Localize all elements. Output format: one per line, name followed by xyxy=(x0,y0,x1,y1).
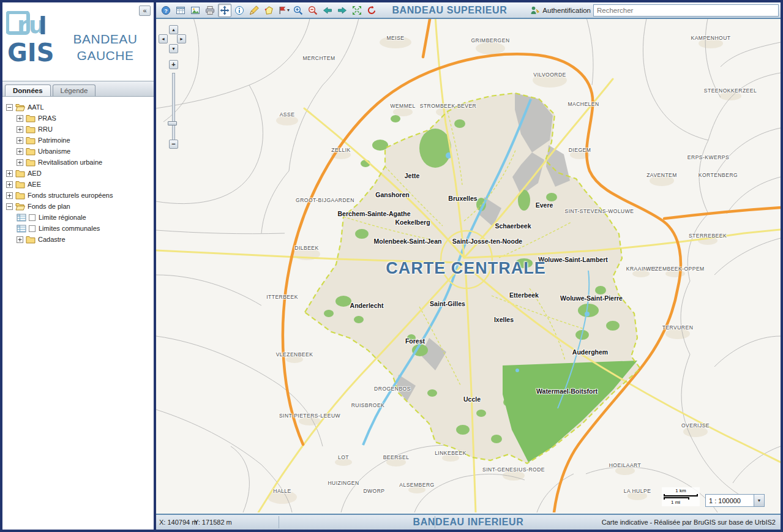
search-input[interactable] xyxy=(593,4,779,17)
tree-item[interactable]: Limite régionale xyxy=(2,212,154,223)
pan-button[interactable] xyxy=(218,4,231,17)
tree-item[interactable]: Fonds structurels européens xyxy=(2,190,154,201)
folder-icon xyxy=(15,170,25,178)
tree-item[interactable]: Revitalisation urbaine xyxy=(2,157,154,168)
map-canvas[interactable]: MEISEGRIMBERGENKAMPENHOUTMERCHTEMVILVOOR… xyxy=(156,19,781,514)
sidebar: « ru GIS BANDEAU GAUCHE DonnéesLégende A… xyxy=(2,2,154,530)
layer-icon xyxy=(17,225,26,233)
top-toolbar: ?▾ BANDEAU SUPERIEUR Authentification xyxy=(156,2,781,19)
sidebar-collapse-button[interactable]: « xyxy=(139,6,151,16)
scale-bar-mi-label: 1 mi xyxy=(664,500,698,505)
map-center-title: CARTE CENTRALE xyxy=(386,259,546,278)
tree-item[interactable]: AEE xyxy=(2,179,154,190)
help-button[interactable]: ? xyxy=(159,4,173,17)
tree-item[interactable]: Cadastre xyxy=(2,234,154,245)
export-image-button[interactable] xyxy=(189,4,202,17)
layer-checkbox[interactable] xyxy=(29,214,36,221)
full-extent-button[interactable] xyxy=(350,4,364,17)
expand-icon[interactable] xyxy=(17,137,23,144)
sidebar-header: « ru GIS BANDEAU GAUCHE xyxy=(2,2,154,81)
statusbar-separator xyxy=(279,516,279,528)
scale-select[interactable]: 1 : 100000 ▼ xyxy=(705,494,765,507)
tree-item[interactable]: PRAS xyxy=(2,113,154,124)
pan-down-button[interactable]: ▼ xyxy=(169,44,178,53)
layer-checkbox[interactable] xyxy=(29,225,36,232)
authentification-label[interactable]: Authentification xyxy=(542,7,591,14)
brugis-logo: ru GIS xyxy=(6,11,58,67)
expand-icon[interactable] xyxy=(17,115,23,122)
expand-icon[interactable] xyxy=(6,170,13,177)
chevron-down-icon[interactable]: ▼ xyxy=(754,495,764,506)
statusbar-title: BANDEAU INFERIEUR xyxy=(413,517,524,528)
folder-icon xyxy=(15,181,25,189)
tree-item[interactable]: Urbanisme xyxy=(2,146,154,157)
tree-item-label: AEE xyxy=(28,181,41,188)
svg-text:?: ? xyxy=(164,7,168,13)
folder-icon xyxy=(15,192,25,200)
scale-bar: 1 km 1 mi xyxy=(662,487,700,506)
marker-button[interactable]: ▾ xyxy=(277,4,290,17)
y-coordinate: Y: 171582 m xyxy=(194,519,232,526)
pan-right-button[interactable]: ► xyxy=(177,34,186,43)
zoom-in-button[interactable]: + xyxy=(169,60,178,69)
zoom-in-button[interactable] xyxy=(291,4,305,17)
expand-icon[interactable] xyxy=(17,236,23,243)
tree-item[interactable]: Fonds de plan xyxy=(2,201,154,212)
expand-icon[interactable] xyxy=(17,126,23,133)
collapse-icon[interactable] xyxy=(6,104,13,111)
sidebar-banner-title: BANDEAU GAUCHE xyxy=(61,31,149,64)
tree-item-label: AED xyxy=(28,170,42,177)
scale-select-value: 1 : 100000 xyxy=(706,497,754,504)
export-table-button[interactable] xyxy=(174,4,187,17)
refresh-button[interactable] xyxy=(365,4,378,17)
previous-extent-button[interactable] xyxy=(321,4,334,17)
collapse-icon[interactable] xyxy=(6,203,13,210)
tree-item-label: Fonds de plan xyxy=(28,203,70,210)
zoom-slider-track[interactable] xyxy=(172,73,175,141)
tab-légende[interactable]: Légende xyxy=(53,84,96,96)
expand-icon[interactable] xyxy=(17,159,23,166)
tree-item-label: Fonds structurels européens xyxy=(28,192,113,199)
tree-item-label: Limites communales xyxy=(39,225,100,232)
tree-item-label: Limite régionale xyxy=(39,214,86,221)
scale-bar-km-label: 1 km xyxy=(664,488,698,493)
map-credit: Carte indicative - Réalisée par BruGIS s… xyxy=(602,519,776,526)
brugis-app: { "colors":{"accent_blue":"#4a7da9","fra… xyxy=(0,0,783,532)
layer-tree: AATLPRASRRUPatrimoineUrbanismeRevitalisa… xyxy=(2,97,154,530)
folder-icon xyxy=(26,126,36,133)
expand-icon[interactable] xyxy=(17,148,23,155)
zoom-out-button[interactable] xyxy=(306,4,320,17)
folder-icon xyxy=(26,159,36,167)
tree-item[interactable]: AED xyxy=(2,168,154,179)
select-polygon-button[interactable] xyxy=(262,4,275,17)
next-extent-button[interactable] xyxy=(335,4,349,17)
pan-left-button[interactable]: ◄ xyxy=(159,34,168,43)
layer-icon xyxy=(17,214,26,222)
authentification-link[interactable]: Authentification xyxy=(530,6,591,15)
dropdown-arrow-icon[interactable]: ▾ xyxy=(287,7,290,13)
tree-item[interactable]: Limites communales xyxy=(2,223,154,234)
tree-item[interactable]: AATL xyxy=(2,102,154,113)
expand-icon[interactable] xyxy=(6,192,13,199)
svg-text:GIS: GIS xyxy=(7,39,54,67)
x-coordinate: X: 140794 m xyxy=(159,519,197,526)
identify-button[interactable] xyxy=(233,4,246,17)
print-button[interactable] xyxy=(203,4,217,17)
toolbar-buttons: ?▾ xyxy=(159,4,379,17)
tree-item-label: Patrimoine xyxy=(38,137,70,144)
folder-icon xyxy=(26,148,36,155)
zoom-out-button[interactable]: − xyxy=(169,140,178,149)
zoom-slider-handle[interactable] xyxy=(168,121,177,126)
tree-item-label: AATL xyxy=(28,103,44,111)
tree-item[interactable]: Patrimoine xyxy=(2,135,154,146)
tree-item-label: Urbanisme xyxy=(38,148,70,155)
tab-données[interactable]: Données xyxy=(5,84,51,96)
pan-up-button[interactable]: ▲ xyxy=(169,25,178,34)
folder-icon xyxy=(26,137,36,144)
folder-icon xyxy=(26,114,36,122)
tree-item[interactable]: RRU xyxy=(2,124,154,135)
authentification-icon[interactable] xyxy=(530,6,540,15)
measure-button[interactable] xyxy=(247,4,261,17)
expand-icon[interactable] xyxy=(6,181,13,188)
folder-open-icon xyxy=(15,103,25,111)
